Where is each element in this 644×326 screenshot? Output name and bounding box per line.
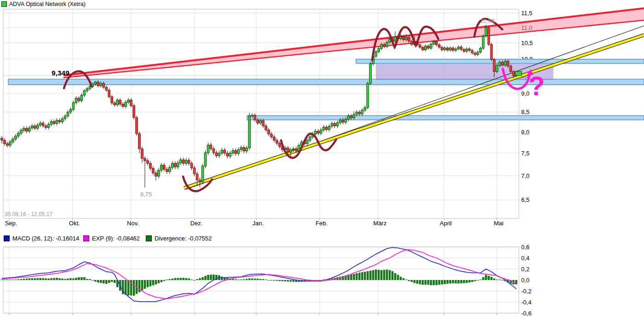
candle bbox=[436, 42, 438, 45]
candle bbox=[268, 130, 270, 134]
candle bbox=[499, 62, 501, 65]
candle bbox=[471, 51, 473, 53]
candle bbox=[441, 47, 443, 50]
candle bbox=[179, 160, 182, 163]
exp-legend-item: EXP (9): -0,08462 bbox=[83, 235, 140, 242]
candle bbox=[111, 97, 113, 103]
candle bbox=[155, 173, 157, 176]
candle bbox=[105, 87, 108, 90]
candle bbox=[389, 39, 391, 42]
candle bbox=[130, 100, 132, 105]
candle bbox=[83, 91, 86, 95]
candle bbox=[161, 165, 163, 170]
candle bbox=[367, 83, 369, 108]
candle bbox=[122, 104, 124, 106]
candle bbox=[246, 148, 248, 151]
instrument-marker-icon bbox=[1, 1, 7, 7]
candle bbox=[141, 149, 144, 159]
macd-line-swatch-icon bbox=[4, 235, 10, 241]
candle bbox=[463, 50, 465, 51]
candle bbox=[213, 149, 215, 153]
candle bbox=[147, 160, 149, 163]
candle bbox=[243, 148, 245, 151]
candle bbox=[78, 98, 80, 101]
candle bbox=[405, 37, 408, 40]
candle bbox=[34, 126, 36, 128]
svg-text:?: ? bbox=[529, 71, 545, 101]
instrument-title: ADVA Optical Network (Xetra) bbox=[9, 1, 86, 7]
candle bbox=[479, 48, 482, 52]
candle bbox=[251, 115, 253, 116]
candle bbox=[29, 128, 31, 131]
candle bbox=[58, 120, 61, 122]
candle bbox=[273, 137, 276, 140]
candle bbox=[23, 128, 25, 130]
candle bbox=[204, 153, 207, 166]
candle bbox=[185, 160, 187, 163]
candle bbox=[61, 119, 63, 122]
svg-text:April: April bbox=[440, 220, 452, 227]
support-trendlines bbox=[184, 26, 644, 189]
candle bbox=[510, 66, 512, 72]
candle bbox=[224, 150, 226, 153]
candle bbox=[235, 150, 237, 154]
svg-text:0,6: 0,6 bbox=[521, 244, 529, 251]
candle bbox=[422, 47, 424, 50]
candle bbox=[507, 61, 509, 66]
candle bbox=[356, 112, 358, 114]
candle bbox=[347, 116, 350, 119]
candle bbox=[199, 180, 201, 182]
candle bbox=[75, 98, 77, 103]
candle bbox=[276, 140, 278, 143]
svg-text:0,2: 0,2 bbox=[521, 266, 529, 273]
candle bbox=[39, 123, 41, 125]
candle bbox=[468, 49, 471, 50]
candle bbox=[193, 168, 196, 174]
candle bbox=[150, 163, 152, 168]
macd-legend-item: MACD (26, 12): -0,16014 bbox=[4, 235, 79, 242]
svg-text:März: März bbox=[374, 220, 387, 227]
candle bbox=[350, 116, 352, 118]
candle bbox=[56, 120, 58, 124]
candle bbox=[103, 83, 105, 87]
candle bbox=[380, 45, 383, 49]
svg-text:Nov.: Nov. bbox=[127, 220, 139, 227]
candle bbox=[26, 128, 28, 131]
candle bbox=[419, 45, 421, 47]
svg-text:30.08.16 - 12.05.17: 30.08.16 - 12.05.17 bbox=[5, 211, 52, 217]
exp-line-swatch-icon bbox=[83, 235, 89, 241]
candle bbox=[177, 163, 179, 167]
candle bbox=[232, 150, 234, 153]
candle bbox=[287, 148, 289, 152]
candle bbox=[240, 148, 242, 150]
candle bbox=[309, 137, 311, 140]
candle bbox=[229, 153, 231, 156]
svg-text:7,0: 7,0 bbox=[521, 172, 529, 179]
candle bbox=[485, 28, 487, 36]
svg-text:8,0: 8,0 bbox=[521, 129, 529, 136]
candle bbox=[254, 115, 256, 120]
candle bbox=[290, 149, 292, 152]
candle bbox=[345, 119, 347, 122]
candle bbox=[207, 145, 209, 153]
candle bbox=[166, 169, 168, 172]
candle bbox=[427, 46, 430, 48]
candle bbox=[488, 28, 490, 45]
svg-text:6,75: 6,75 bbox=[140, 191, 152, 198]
candle bbox=[383, 45, 385, 47]
price-and-macd-chart[interactable]: 11,511,010,510,09,59,08,58,07,57,06,50,6… bbox=[0, 0, 644, 326]
candle bbox=[328, 126, 330, 130]
candle bbox=[452, 48, 454, 51]
candle bbox=[402, 37, 405, 40]
candle bbox=[400, 37, 402, 39]
candle bbox=[188, 160, 190, 163]
candle bbox=[133, 106, 135, 118]
candle bbox=[36, 125, 39, 128]
candle bbox=[466, 49, 468, 51]
candle bbox=[168, 167, 171, 172]
candle bbox=[438, 45, 441, 47]
candle bbox=[411, 41, 413, 45]
candle bbox=[386, 42, 388, 47]
candle bbox=[501, 62, 504, 65]
svg-text:-0,4: -0,4 bbox=[521, 299, 531, 306]
